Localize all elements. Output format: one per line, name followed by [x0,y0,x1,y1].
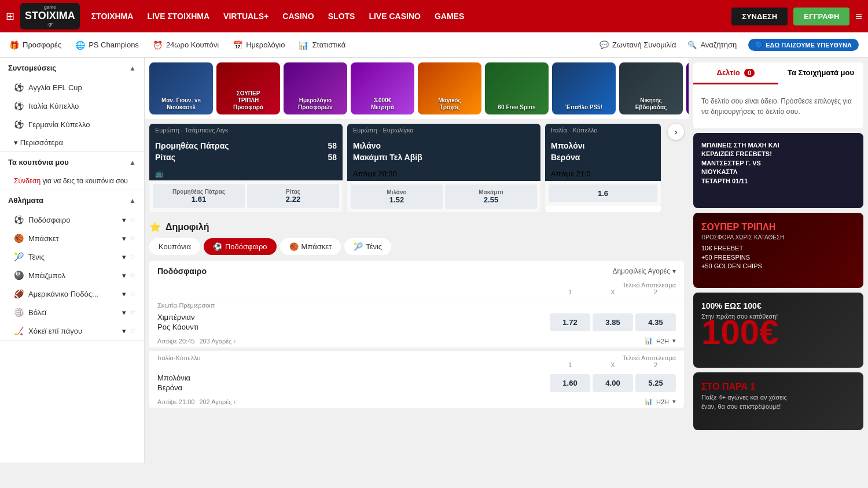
tab-basketball[interactable]: 🏀 Μπάσκετ [280,238,341,255]
bet-slip-empty-message: Το δελτίο σου είναι άδειο. Πρόσθεσε επιλ… [693,84,863,128]
basketball-chevron-icon: ▾ [122,234,126,243]
site-logo[interactable]: game STOIXIMA .gr [20,3,80,29]
nav-games[interactable]: GAMES [435,12,464,21]
live-chat-label: Ζωντανή Συνομιλία [612,40,676,49]
banner-pragmatic[interactable]: PragmaticBuy Bonus [686,62,689,114]
promo-card-1[interactable]: ΜΠΑΙΝΕΙΣ ΣΤΗ ΜΑΧΗ ΚΑΙ ΚΕΡΔΙΖΕΙΣ FREEBETS… [693,133,863,208]
sidebar-more-item[interactable]: ▾ Περισσότερα [0,134,144,151]
basketball-fav-icon[interactable]: ☆ [130,234,136,242]
match-1-odd3-button[interactable]: 4.35 [635,313,676,331]
match-1-odd1-button[interactable]: 1.72 [550,313,590,331]
promo-card-4[interactable]: ΣΤΟ ΠΑΡΑ 1 Παίξε 4+ αγώνες και αν χάσεις… [693,372,863,430]
sidebar-item-england-efl[interactable]: ⚽ Αγγλία EFL Cup [0,78,144,97]
nav-slots[interactable]: SLOTS [328,12,355,21]
sports-header[interactable]: Αθλήματα ▲ [0,190,144,210]
american-football-fav-icon[interactable]: ☆ [130,290,136,298]
sidebar-item-baseball[interactable]: 🎱 Μπέιζμπολ ▾ ☆ [0,266,144,284]
calendar-nav-item[interactable]: 📅 Ημερολόγιο [233,40,285,50]
login-button[interactable]: ΣΥΝΔΕΣΗ [731,8,788,25]
live-match-2-odd2[interactable]: Μακάμπι 2.55 [445,184,537,209]
match-1-team2: Ρος Κάουντι [157,322,330,332]
match-1-markets[interactable]: 203 Αγορές › [199,338,236,345]
24h-coupon-nav-item[interactable]: ⏰ 24ωρο Κουπόνι [153,40,219,50]
match-2-col2-header: X [593,361,633,368]
sidebar-item-ice-hockey[interactable]: 🏒 Χόκεϊ επί πάγου ▾ ☆ [0,321,144,340]
match-2-markets[interactable]: 202 Αγορές › [199,398,236,405]
sidebar-item-volleyball[interactable]: 🏐 Βόλεϊ ▾ ☆ [0,303,144,321]
ice-hockey-fav-icon[interactable]: ☆ [130,327,136,335]
match-2-odd1-button[interactable]: 1.60 [550,374,590,392]
sidebar-item-germany-cup[interactable]: ⚽ Γερμανία Κύπελλο [0,115,144,134]
coupon-login-text[interactable]: Σύνδεση [14,177,41,185]
match-2-odd2-button[interactable]: 4.00 [593,374,633,392]
american-football-chevron-icon: ▾ [122,290,126,298]
nav-virtuals[interactable]: VIRTUALS+ [223,12,269,21]
grid-icon[interactable]: ⊞ [6,10,14,23]
sidebar-item-football[interactable]: ⚽ Ποδόσφαιρο ▾ ☆ [0,210,144,229]
popular-markets-dropdown[interactable]: Δημοφιλείς Αγορές ▾ [612,267,676,275]
live-match-1-score1: 58 [328,141,337,150]
volleyball-fav-icon[interactable]: ☆ [130,308,136,316]
banner-weekly-winner[interactable]: ΝικητήςΕβδομάδας [619,62,683,114]
right-sidebar: Δελτίο 0 Τα Στοιχήματά μου Το δελτίο σου… [689,58,868,488]
live-match-2-time: Απόψε 20:30 [353,169,397,178]
banner-ps5-prize[interactable]: Έπαθλο PS5! [552,62,616,114]
live-match-1-odd2[interactable]: Ρίτας 2.22 [247,184,339,208]
sports-chevron-icon: ▲ [129,197,136,205]
banner-calendar-offers[interactable]: ΗμερολόγιοΠροσφορών [284,62,347,114]
bet-slip-tab-my-bets[interactable]: Τα Στοιχήματά μου [778,62,863,84]
my-coupons-header[interactable]: Τα κουπόνια μου ▲ [0,152,144,172]
match-1-h2h[interactable]: 📊 H2H ▾ [645,337,676,345]
tennis-fav-icon[interactable]: ☆ [130,253,136,261]
left-sidebar: Συντομεύσεις ▲ ⚽ Αγγλία EFL Cup ⚽ Ιταλία… [0,58,145,463]
ice-hockey-label: Χόκεϊ επί πάγου [28,327,82,335]
banner-free-spins[interactable]: 60 Free Spins [485,62,549,114]
register-button[interactable]: ΕΓΓΡΑΦΗ [793,8,849,25]
hamburger-menu-icon[interactable]: ≡ [855,10,862,23]
sidebar-item-tennis[interactable]: 🎾 Τένις ▾ ☆ [0,247,144,266]
live-match-1-odd1[interactable]: Προμηθέας Πάτρας 1.61 [153,184,245,208]
match-1-odd2-button[interactable]: 3.85 [593,313,633,331]
offers-nav-item[interactable]: 🎁 Προσφορές [9,40,61,50]
sidebar-item-basketball[interactable]: 🏀 Μπάσκετ ▾ ☆ [0,229,144,247]
live-match-3-odd1[interactable]: 1.6 [549,184,657,202]
nav-casino[interactable]: CASINO [282,12,314,21]
banner-magic-wheel[interactable]: ΜαγικόςΤροχός [418,62,481,114]
tab-coupons[interactable]: Κουπόνια [149,238,200,255]
match-2-block: Μπολόνια Βερόνα 1.60 4.00 5.25 Απόψε 21:… [149,371,684,408]
football-fav-icon[interactable]: ☆ [130,216,136,224]
banner-super-triple[interactable]: ΣΟΥΠΕΡΤΡΙΠΛΗΠροσφορά [216,62,280,114]
tab-tennis[interactable]: 🎾 Τένις [344,238,391,255]
live-chat-button[interactable]: 💬 Ζωντανή Συνομιλία [599,40,676,49]
sidebar-item-american-football[interactable]: 🏈 Αμερικάνικο Ποδός... ▾ ☆ [0,284,144,303]
match-2-odd3-button[interactable]: 5.25 [635,374,676,392]
live-next-button[interactable]: › [668,124,684,140]
my-coupons-section: Τα κουπόνια μου ▲ Σύνδεση για να δεις τα… [0,152,144,190]
tab-basketball-icon: 🏀 [289,242,299,251]
responsible-gaming-button[interactable]: 🔵 ΕΔΩ ΠΑΙΖΟΥΜΕ ΥΠΕΥΘΥΝΑ [748,39,859,51]
nav-live-casino[interactable]: LIVE CASINO [369,12,420,21]
baseball-fav-icon[interactable]: ☆ [130,271,136,279]
responsible-gaming-label: ΕΔΩ ΠΑΙΖΟΥΜΕ ΥΠΕΥΘΥΝΑ [766,42,852,49]
stats-nav-item[interactable]: 📊 Στατιστικά [299,40,345,50]
nav-stoixima[interactable]: ΣΤΟΙΧΗΜΑ [91,12,134,21]
live-match-3-team2: Βερόνα [551,151,655,163]
shortcuts-header[interactable]: Συντομεύσεις ▲ [0,58,144,78]
bet-slip-tab-delta[interactable]: Δελτίο 0 [693,62,778,84]
banner-magic-wheel-label: ΜαγικόςΤροχός [438,97,461,111]
promo-card-2[interactable]: ΣΟΥΠΕΡ ΤΡΙΠΛΗ ΠΡΟΣΦΟΡΑ ΧΩΡΙΣ ΚΑΤΑΘΕΣΗ 10… [693,213,863,288]
search-button[interactable]: 🔍 Αναζήτηση [687,40,737,49]
live-match-2-odd1[interactable]: Μιλάνο 1.52 [351,184,443,209]
match-2-result-label: Τελικό Αποτελεσμα [623,354,676,361]
promo-card-3[interactable]: 100% ΕΩΣ 100€ Στην πρώτη σου κατάθεση! 1… [693,293,863,368]
tab-football[interactable]: ⚽ Ποδόσφαιρο [204,238,277,255]
more-label: ▾ Περισσότερα [14,138,63,147]
ice-hockey-chevron-icon: ▾ [122,327,126,335]
sidebar-item-italy-cup[interactable]: ⚽ Ιταλία Κύπελλο [0,97,144,115]
banner-3000-cash[interactable]: 3.000€Μετρητά [351,62,414,114]
banner-ps-champions[interactable]: Μαν. Γιουν. vsΝιούκαστλ [149,62,213,114]
ps-champions-nav-item[interactable]: 🌐 PS Champions [75,40,139,50]
coupon-login-link[interactable]: Σύνδεση για να δεις τα κουπόνια σου [0,172,144,190]
nav-live-stoixima[interactable]: LIVE ΣΤΟΙΧΗΜΑ [147,12,209,21]
match-2-h2h[interactable]: 📊 H2H ▾ [645,398,676,405]
